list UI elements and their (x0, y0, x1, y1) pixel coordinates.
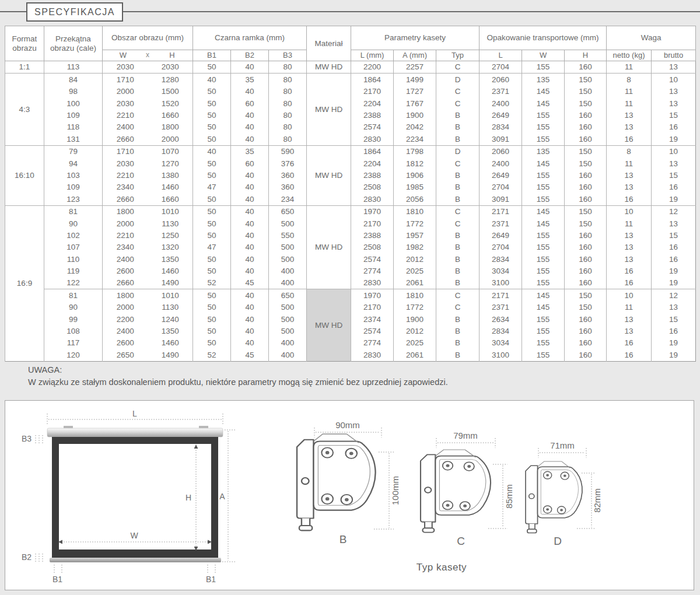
spec-cell: 1900 (394, 313, 436, 325)
spec-cell: 160 (565, 277, 607, 289)
spec-cell: 40 (231, 337, 269, 349)
spec-cell: 1798 (394, 145, 436, 158)
dim-label-w: W (130, 531, 138, 540)
spec-cell: 19 (652, 277, 696, 289)
dimensions-diagram: L B3 H A W (5, 401, 694, 590)
spec-cell: 2834 (480, 121, 522, 133)
cassette-d-drawing: 71mm 82mm D (526, 440, 602, 547)
dim-label-l: L (132, 409, 137, 418)
spec-cell: 99 (44, 313, 103, 325)
spec-cell: 15 (652, 110, 696, 121)
spec-cell: B (436, 265, 480, 277)
spec-cell: C (436, 97, 480, 109)
spec-cell: 2574 (351, 121, 394, 133)
spec-cell: 11 (607, 218, 652, 229)
spec-cell: 500 (269, 253, 307, 265)
spec-cell: 40 (231, 61, 269, 74)
spec-cell: 84 (44, 74, 103, 86)
spec-cell: 2830 (351, 349, 394, 361)
spec-cell: D (436, 145, 480, 158)
spec-cell: 2649 (480, 110, 522, 121)
spec-cell: 11 (607, 61, 652, 74)
spec-cell: 160 (565, 326, 607, 337)
spec-cell: 2204 (351, 97, 394, 109)
spec-table-body: 1:111320302030504080MW HD22002257C270415… (5, 61, 696, 362)
spec-cell: 150 (565, 145, 607, 158)
spec-cell: 19 (652, 349, 696, 361)
spec-cell: 3091 (480, 193, 522, 205)
spec-cell: 160 (565, 265, 607, 277)
spec-cell: 40 (231, 218, 269, 229)
spec-cell: 50 (193, 302, 231, 313)
spec-cell: 2061 (394, 349, 436, 361)
spec-cell: 50 (193, 265, 231, 277)
screen-cassette-bar (47, 428, 223, 437)
spec-cell: 3034 (480, 337, 522, 349)
header-czarna-ramka: Czarna ramka (mm) (193, 26, 307, 50)
spec-cell: 11 (607, 97, 652, 109)
spec-cell: 400 (269, 337, 307, 349)
spec-cell: 80 (269, 86, 307, 97)
table-row: 81180010105040650MW HD19701810C217114515… (5, 289, 696, 302)
spec-cell: 13 (607, 170, 652, 181)
header-h: H (152, 51, 192, 60)
spec-cell: 1499 (394, 74, 436, 86)
spec-cell: 2340 (103, 242, 148, 253)
diagram-panel: L B3 H A W (5, 400, 694, 590)
spec-cell: C (436, 86, 480, 97)
header-parametry-kasety: Parametry kasety (351, 26, 480, 50)
spec-cell: 117 (44, 337, 103, 349)
spec-cell: 1810 (394, 289, 436, 302)
spec-cell: 2042 (394, 121, 436, 133)
spec-cell: C (436, 289, 480, 302)
spec-cell: 81 (44, 205, 103, 218)
spec-cell: 160 (565, 229, 607, 241)
spec-cell: 19 (652, 337, 696, 349)
spec-cell: 1970 (351, 205, 394, 218)
spec-cell: 13 (652, 61, 696, 74)
spec-cell: 79 (44, 145, 103, 158)
spec-cell: 13 (652, 97, 696, 109)
spec-cell: B (436, 326, 480, 337)
spec-cell: 103 (44, 170, 103, 181)
spec-cell: 8 (607, 74, 652, 86)
spec-cell: 45 (231, 277, 269, 289)
spec-cell: 1270 (148, 158, 193, 169)
spec-cell: B (436, 229, 480, 241)
spec-cell: 155 (522, 170, 565, 181)
spec-cell: 81 (44, 289, 103, 302)
header-b3: B3 (269, 50, 307, 61)
spec-cell: 2204 (351, 158, 394, 169)
spec-cell: 50 (193, 253, 231, 265)
spec-cell: 1710 (103, 74, 148, 86)
spec-cell: B (436, 170, 480, 181)
spec-cell: 1864 (351, 74, 394, 86)
spec-cell: 155 (522, 121, 565, 133)
spec-cell: 2000 (103, 302, 148, 313)
spec-cell: 90 (44, 302, 103, 313)
cassette-d-height-label: 82mm (592, 488, 602, 513)
header-material: Materiał (307, 26, 351, 61)
format-cell: 4:3 (5, 74, 44, 145)
spec-cell: 2171 (480, 205, 522, 218)
spec-cell: 2704 (480, 242, 522, 253)
spec-cell: 60 (231, 97, 269, 109)
dim-label-b2: B2 (22, 552, 32, 562)
spec-cell: 2634 (480, 313, 522, 325)
spec-cell: 40 (231, 242, 269, 253)
spec-cell: 1460 (148, 265, 193, 277)
spec-cell: 160 (565, 133, 607, 145)
spec-cell: 40 (231, 326, 269, 337)
cassette-d-type-label: D (554, 535, 562, 547)
spec-cell: 1250 (148, 229, 193, 241)
spec-cell: 2660 (103, 133, 148, 145)
spec-cell: 155 (522, 313, 565, 325)
spec-cell: 150 (565, 74, 607, 86)
spec-cell: 15 (652, 313, 696, 325)
spec-cell: 1660 (148, 193, 193, 205)
spec-cell: 110 (44, 253, 103, 265)
spec-cell: 1982 (394, 242, 436, 253)
spec-cell: 2030 (148, 61, 193, 74)
spec-cell: 12 (652, 205, 696, 218)
note-block: UWAGA: W związku ze stałym doskonaleniem… (28, 364, 448, 388)
